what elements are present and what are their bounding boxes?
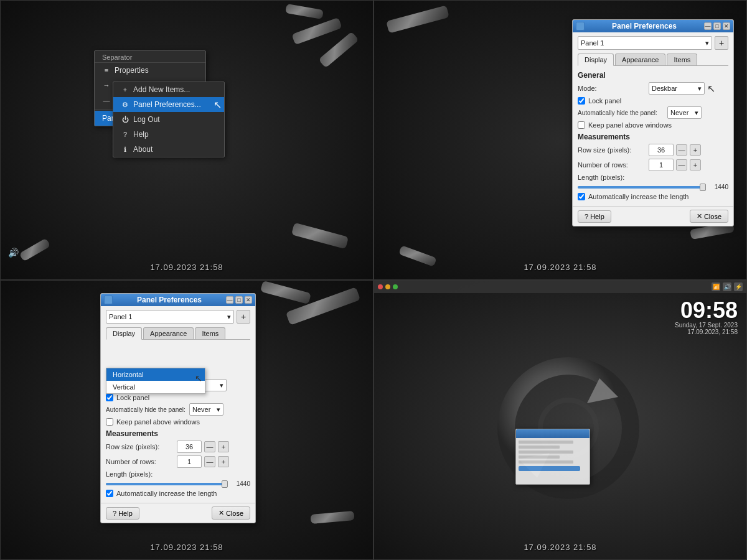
minimize-button-q3[interactable]: — — [226, 296, 233, 304]
mini-line-4 — [519, 455, 560, 459]
mode-chevron-icon: ▾ — [698, 85, 702, 93]
num-rows-decrement-q3[interactable]: — — [204, 456, 215, 467]
close-btn-icon: ✕ — [697, 212, 702, 220]
mode-dropdown[interactable]: Deskbar ▾ — [649, 82, 705, 95]
auto-increase-row: Automatically increase the length — [578, 193, 728, 200]
close-button[interactable]: ✕ — [723, 22, 730, 30]
length-slider-row: 1440 — [578, 184, 728, 190]
lock-panel-row: Lock panel — [578, 97, 728, 105]
num-rows-label: Number of rows: — [578, 161, 646, 169]
close-button-q2[interactable]: ✕ Close — [690, 210, 728, 223]
row-size-input-q3[interactable]: 36 — [177, 441, 202, 453]
maximize-button-q3[interactable]: □ — [235, 296, 243, 304]
mode-section: Horizontal Vertical ↖ General Mode: Desk… — [106, 368, 250, 391]
lock-panel-label-q3: Lock panel — [116, 394, 149, 401]
lock-panel-checkbox[interactable] — [578, 97, 585, 105]
num-rows-increment[interactable]: + — [690, 159, 701, 170]
num-rows-increment-q3[interactable]: + — [218, 456, 229, 467]
auto-hide-value: Never — [670, 109, 688, 116]
help-button[interactable]: ? Help — [578, 210, 611, 223]
auto-hide-chevron-icon: ▾ — [695, 109, 698, 117]
logo-svg — [487, 347, 649, 509]
row-size-label-q3: Row size (pixels): — [106, 443, 174, 450]
gear-icon: ⚙ — [121, 101, 129, 109]
num-rows-decrement[interactable]: — — [676, 159, 687, 170]
tab-appearance-q3[interactable]: Appearance — [143, 327, 194, 339]
auto-hide-dropdown[interactable]: Never ▾ — [667, 106, 702, 119]
mini-dialog-titlebar — [516, 429, 590, 438]
close-button-q3-title[interactable]: ✕ — [245, 296, 252, 304]
general-section-label: General — [578, 71, 728, 80]
mini-dialog-body — [516, 438, 590, 474]
row-size-input[interactable]: 36 — [649, 144, 674, 156]
close-btn-icon-q3: ✕ — [218, 509, 224, 517]
length-slider-track-q3 — [106, 483, 228, 485]
mini-line-5 — [519, 460, 573, 464]
panel-dropdown[interactable]: Panel 1 ▾ — [578, 36, 712, 50]
properties-icon: ≡ — [102, 67, 111, 74]
panel-dropdown-value-q3: Panel 1 — [109, 313, 132, 320]
tab-display[interactable]: Display — [578, 54, 614, 66]
maximize-button[interactable]: □ — [713, 22, 721, 30]
panel-dropdown-value: Panel 1 — [581, 39, 604, 47]
tab-items[interactable]: Items — [667, 54, 697, 65]
auto-increase-label-q3: Automatically increase the length — [116, 490, 217, 497]
auto-increase-checkbox-q3[interactable] — [106, 490, 113, 497]
auto-hide-row: Automatically hide the panel: Never ▾ — [578, 106, 728, 119]
row-size-decrement[interactable]: — — [676, 144, 687, 156]
minimize-button[interactable]: — — [704, 22, 712, 30]
logout-icon: ⏻ — [121, 116, 129, 123]
remove-icon: — — [102, 96, 111, 104]
auto-hide-row-q3: Automatically hide the panel: Never ▾ — [106, 403, 250, 416]
cursor-indicator: ↖ — [214, 99, 222, 111]
cursor-indicator-q3: ↖ — [195, 373, 202, 383]
cursor-indicator: ↖ — [707, 83, 715, 95]
auto-hide-dropdown-q3[interactable]: Never ▾ — [189, 403, 223, 416]
dialog-tabs-q3: Display Appearance Items — [106, 327, 250, 340]
dialog-title-q3: Panel Preferences — [115, 296, 224, 304]
panel-selector-row: Panel 1 ▾ + — [578, 36, 728, 50]
submenu-panel-preferences[interactable]: ⚙ Panel Preferences... ↖ — [113, 97, 224, 112]
length-slider-thumb-q3[interactable] — [222, 480, 228, 488]
tab-appearance[interactable]: Appearance — [615, 54, 665, 65]
submenu-about[interactable]: ℹ About — [113, 142, 224, 157]
lock-panel-label: Lock panel — [588, 97, 621, 105]
menu-item-properties[interactable]: ≡ Properties — [95, 63, 205, 78]
mini-slider — [519, 466, 580, 471]
num-rows-input[interactable]: 1 — [649, 159, 674, 171]
dialog-icon — [576, 22, 585, 30]
auto-increase-row-q3: Automatically increase the length — [106, 490, 250, 497]
dropdown-option-horizontal[interactable]: Horizontal — [106, 368, 205, 381]
logo-container — [487, 347, 649, 509]
panel-dropdown-q3[interactable]: Panel 1 ▾ — [106, 310, 234, 324]
tray-icon-2: 🔊 — [723, 282, 731, 291]
help-button-q3[interactable]: ? Help — [106, 507, 139, 520]
menu-item-properties-label: Properties — [115, 66, 149, 75]
submenu-add-items[interactable]: + Add New Items... — [113, 82, 224, 97]
dialog-titlebar-q3: Panel Preferences — □ ✕ — [101, 294, 255, 306]
dialog-footer: ? Help ✕ Close — [573, 206, 733, 226]
num-rows-input-q3[interactable]: 1 — [177, 455, 202, 468]
submenu-help[interactable]: ? Help — [113, 127, 224, 142]
panel-add-button[interactable]: + — [715, 36, 728, 50]
dropdown-option-vertical[interactable]: Vertical — [106, 381, 205, 393]
row-size-decrement-q3[interactable]: — — [204, 441, 215, 452]
tab-items-q3[interactable]: Items — [195, 327, 225, 339]
length-slider-thumb[interactable] — [700, 184, 706, 191]
tab-display-q3[interactable]: Display — [106, 327, 142, 340]
keep-above-checkbox[interactable] — [578, 121, 585, 129]
close-button-q3[interactable]: ✕ Close — [212, 506, 250, 520]
chevron-down-icon-q3: ▾ — [227, 313, 231, 321]
auto-hide-label-q3: Automatically hide the panel: — [106, 406, 187, 413]
row-size-increment[interactable]: + — [690, 144, 701, 156]
row-size-label: Row size (pixels): — [578, 146, 646, 154]
auto-increase-checkbox[interactable] — [578, 193, 585, 200]
length-slider-row-q3: 1440 — [106, 480, 250, 487]
length-row: Length (pixels): — [578, 174, 728, 181]
lock-panel-checkbox-q3[interactable] — [106, 394, 113, 401]
keep-above-checkbox-q3[interactable] — [106, 418, 113, 426]
panel-dot-yellow — [385, 284, 390, 289]
submenu-logout[interactable]: ⏻ Log Out — [113, 112, 224, 127]
row-size-increment-q3[interactable]: + — [218, 441, 229, 452]
panel-add-button-q3[interactable]: + — [237, 310, 250, 324]
